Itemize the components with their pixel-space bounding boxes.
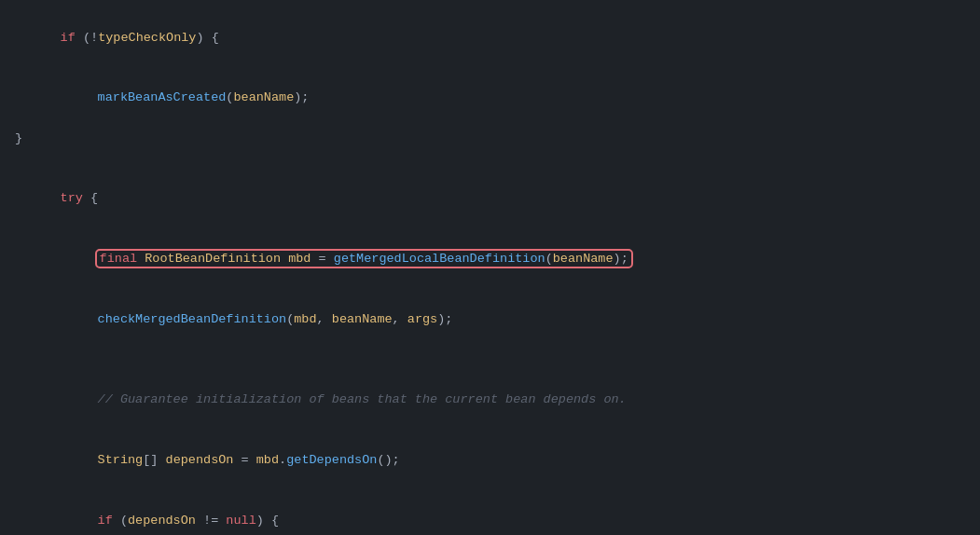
code-line-11: if (dependsOn != null) { — [0, 490, 980, 535]
code-line-6: final RootBeanDefinition mbd = getMerged… — [0, 229, 980, 290]
code-line-9: // Guarantee initialization of beans tha… — [0, 370, 980, 431]
code-line-2: markBeanAsCreated(beanName); — [0, 68, 980, 129]
code-line-8 — [0, 350, 980, 370]
code-line-3: } — [0, 129, 980, 149]
code-line-10: String[] dependsOn = mbd.getDependsOn(); — [0, 430, 980, 490]
code-line-5: try { — [0, 169, 980, 229]
code-editor: if (!typeCheckOnly) { markBeanAsCreated(… — [0, 0, 980, 535]
keyword-if: if — [61, 31, 76, 45]
code-line-7: checkMergedBeanDefinition(mbd, beanName,… — [0, 289, 980, 350]
code-line-4 — [0, 148, 980, 169]
code-line-1: if (!typeCheckOnly) { — [0, 7, 980, 68]
